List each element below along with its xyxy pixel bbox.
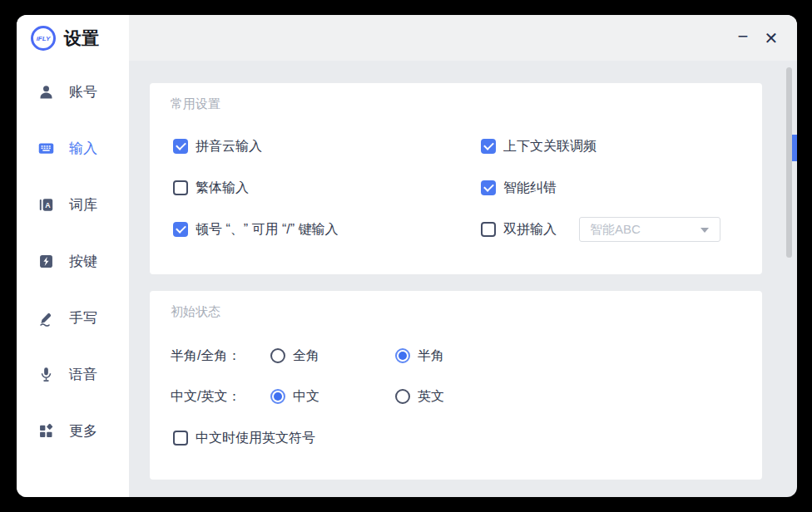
sidebar-item-label: 更多 — [69, 421, 97, 441]
checkbox-label: 繁体输入 — [196, 180, 249, 197]
ifly-logo-icon: iFLY — [31, 26, 56, 51]
sidebar-item-label: 按键 — [69, 252, 97, 271]
checkbox-english-symbols[interactable] — [173, 431, 188, 446]
state-row-label: 中文/英文： — [171, 384, 240, 409]
sidebar-item-label: 词库 — [69, 195, 97, 214]
setting-row-context-tuning[interactable]: 上下文关联调频 — [481, 134, 597, 159]
close-button[interactable]: ✕ — [757, 23, 785, 53]
shuangpin-scheme-select[interactable]: 智能ABC — [579, 217, 720, 242]
keyboard-icon — [37, 140, 55, 157]
svg-text:A: A — [45, 200, 51, 209]
radio-option-english[interactable]: 英文 — [395, 384, 444, 409]
scrollbar-thumb[interactable] — [786, 67, 792, 258]
sidebar-item-label: 语音 — [69, 365, 97, 384]
sidebar-item-label: 输入 — [69, 139, 97, 158]
sidebar-item-more[interactable]: 更多 — [17, 416, 129, 446]
radio-halfwidth[interactable] — [395, 348, 410, 363]
active-nav-indicator — [792, 135, 797, 161]
app-brand: iFLY 设置 — [31, 26, 99, 51]
radio-option-halfwidth[interactable]: 半角 — [395, 343, 444, 368]
handwriting-icon — [37, 309, 55, 327]
sidebar-item-input[interactable]: 输入 — [17, 133, 129, 163]
setting-row-traditional[interactable]: 繁体输入 — [173, 175, 249, 200]
section-title: 初始状态 — [171, 304, 220, 320]
radio-chinese[interactable] — [270, 389, 285, 404]
sidebar-item-keys[interactable]: 按键 — [17, 246, 129, 276]
checkbox-traditional[interactable] — [173, 180, 188, 195]
setting-row-smart-correct[interactable]: 智能纠错 — [481, 175, 557, 200]
state-row-label: 半角/全角： — [171, 343, 240, 368]
setting-row-pinyin-cloud[interactable]: 拼音云输入 — [173, 134, 262, 159]
radio-english[interactable] — [395, 389, 410, 404]
sidebar-item-label: 手写 — [69, 308, 97, 327]
user-icon — [37, 83, 55, 101]
checkbox-label: 中文时使用英文符号 — [196, 430, 315, 447]
radio-option-chinese[interactable]: 中文 — [270, 384, 319, 409]
setting-row-dunhao-key[interactable]: 顿号 “、” 可用 “/” 键输入 — [173, 217, 339, 242]
state-row-language-mode: 中文/英文： 中文 英文 — [171, 384, 745, 409]
checkbox-label: 上下文关联调频 — [503, 138, 597, 155]
radio-option-fullwidth[interactable]: 全角 — [270, 343, 319, 368]
sidebar-item-label: 账号 — [69, 82, 97, 101]
checkbox-shuangpin[interactable] — [481, 222, 496, 237]
sidebar: iFLY 设置 账号 输入 — [17, 15, 129, 497]
section-title: 常用设置 — [171, 96, 220, 112]
radio-fullwidth[interactable] — [270, 348, 285, 363]
checkbox-label: 拼音云输入 — [196, 138, 262, 155]
titlebar — [129, 15, 797, 61]
checkbox-context-tuning[interactable] — [481, 139, 496, 154]
sidebar-item-lexicon[interactable]: A 词库 — [17, 190, 129, 219]
sidebar-item-voice[interactable]: 语音 — [17, 359, 129, 389]
checkbox-label: 顿号 “、” 可用 “/” 键输入 — [196, 221, 339, 239]
checkbox-label: 智能纠错 — [503, 180, 557, 197]
radio-label: 英文 — [418, 388, 444, 406]
common-settings-card: 常用设置 拼音云输入 上下文关联调频 繁体输入 智能纠错 顿号 “、” 可用 “… — [150, 83, 762, 274]
checkbox-pinyin-cloud[interactable] — [173, 139, 188, 154]
more-grid-icon — [37, 422, 55, 440]
page-title: 设置 — [64, 27, 99, 50]
hotkey-icon — [37, 253, 55, 270]
checkbox-label: 双拼输入 — [503, 221, 557, 239]
microphone-icon — [37, 366, 55, 383]
sidebar-item-handwriting[interactable]: 手写 — [17, 303, 129, 332]
radio-label: 半角 — [418, 347, 444, 365]
state-row-width-mode: 半角/全角： 全角 半角 — [171, 343, 745, 368]
window-controls: − ✕ — [729, 15, 785, 61]
chevron-down-icon — [701, 228, 709, 233]
settings-window: − ✕ iFLY 设置 账号 — [17, 15, 797, 497]
dictionary-icon: A — [37, 196, 55, 214]
setting-row-shuangpin[interactable]: 双拼输入 智能ABC — [481, 217, 720, 242]
sidebar-item-account[interactable]: 账号 — [17, 76, 129, 106]
checkbox-dunhao-key[interactable] — [173, 222, 188, 237]
select-value: 智能ABC — [590, 222, 641, 238]
minimize-button[interactable]: − — [729, 22, 757, 55]
checkbox-smart-correct[interactable] — [481, 180, 496, 195]
setting-row-english-symbols[interactable]: 中文时使用英文符号 — [173, 426, 315, 450]
radio-label: 全角 — [293, 347, 319, 365]
initial-state-card: 初始状态 半角/全角： 全角 半角 中文/英文： 中文 英文 — [150, 291, 762, 480]
radio-label: 中文 — [293, 388, 319, 406]
